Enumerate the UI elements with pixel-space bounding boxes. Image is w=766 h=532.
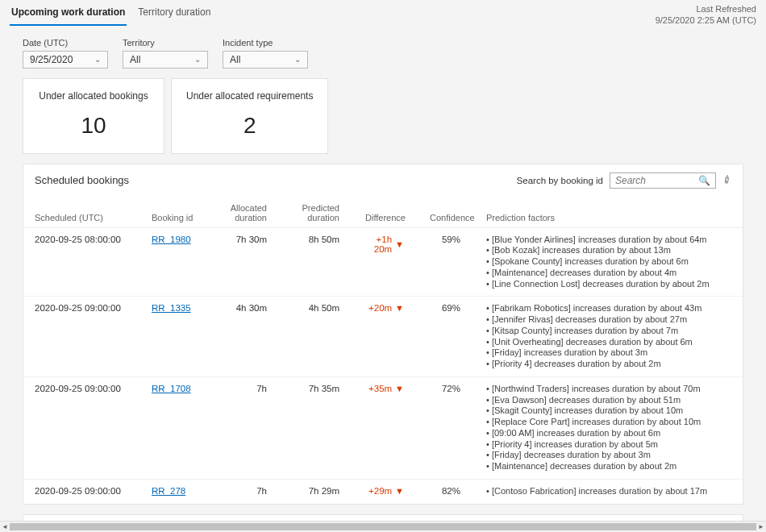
filter-incident-type-dropdown[interactable]: All ⌄: [223, 51, 308, 69]
difference-value: +35m: [368, 384, 392, 393]
tab-territory-duration[interactable]: Territory duration: [136, 3, 212, 26]
card-value: 10: [38, 113, 149, 139]
filter-territory-label: Territory: [123, 38, 208, 48]
filter-date-label: Date (UTC): [23, 38, 108, 48]
cell-confidence: 69%: [418, 297, 475, 377]
triangle-down-icon: ▼: [395, 384, 404, 393]
prediction-factor: [Priority 4] increases duration by about…: [486, 439, 736, 451]
cell-allocated: 4h 30m: [205, 297, 281, 377]
prediction-factor: [Maintenance] decreases duration by abou…: [486, 461, 736, 472]
panel-title: Scheduled bookings: [35, 174, 129, 186]
cell-predicted: 4h 50m: [281, 297, 354, 377]
cell-allocated: 7h: [205, 376, 281, 479]
cell-factors: [Blue Yonder Airlines] increases duratio…: [475, 227, 743, 297]
eraser-icon[interactable]: ✐: [720, 172, 735, 188]
card-title: Under allocated requirements: [186, 90, 313, 102]
cell-scheduled: 2020-09-25 08:00:00: [23, 227, 140, 297]
col-factors[interactable]: Prediction factors: [475, 198, 743, 228]
prediction-factor: [Friday] decreases duration by about 3m: [486, 450, 736, 461]
col-booking-id[interactable]: Booking id: [140, 198, 205, 228]
cell-booking-id: RR_278: [140, 479, 205, 503]
filter-date-dropdown[interactable]: 9/25/2020 ⌄: [23, 51, 108, 69]
last-refreshed: Last Refreshed 9/25/2020 2:25 AM (UTC): [656, 3, 756, 27]
card-under-allocated-bookings: Under allocated bookings 10: [23, 78, 164, 154]
scrollbar-thumb[interactable]: [10, 523, 756, 530]
booking-id-link[interactable]: RR_1708: [152, 384, 191, 393]
difference-value: +20m: [368, 303, 392, 313]
filter-date-value: 9/25/2020: [30, 54, 73, 65]
card-under-allocated-requirements: Under allocated requirements 2: [171, 78, 328, 154]
filter-incident-type-value: All: [230, 54, 240, 65]
prediction-factor: [Replace Core Part] increases duration b…: [486, 417, 736, 428]
prediction-factor: [Spokane County] increases duration by a…: [486, 256, 736, 268]
cell-factors: [Contoso Fabrication] increases duration…: [475, 479, 743, 503]
cell-difference: +1h 20m▼: [354, 227, 418, 297]
card-value: 2: [186, 113, 313, 139]
prediction-factor: [Fabrikam Robotics] increases duration b…: [486, 303, 736, 314]
cell-confidence: 72%: [418, 376, 475, 479]
table-row: 2020-09-25 09:00:00RR_2787h7h 29m+29m▼82…: [23, 479, 743, 503]
col-scheduled[interactable]: Scheduled (UTC): [23, 198, 140, 228]
cell-scheduled: 2020-09-25 09:00:00: [23, 297, 140, 377]
prediction-factor: [Unit Overheating] decreases duration by…: [486, 337, 736, 348]
search-label: Search by booking id: [517, 176, 603, 185]
table-row: 2020-09-25 08:00:00RR_19807h 30m8h 50m+1…: [23, 227, 743, 297]
cell-difference: +20m▼: [354, 297, 418, 377]
cell-predicted: 8h 50m: [281, 227, 354, 297]
prediction-factor: [Bob Kozak] increases duration by about …: [486, 245, 736, 256]
col-predicted[interactable]: Predicted duration: [281, 198, 354, 228]
difference-value: +1h 20m: [365, 235, 392, 254]
scroll-right-arrow-icon[interactable]: ►: [756, 522, 766, 532]
cell-difference: +29m▼: [354, 479, 418, 503]
col-confidence[interactable]: Confidence: [418, 198, 475, 228]
prediction-factor: [Blue Yonder Airlines] increases duratio…: [486, 235, 736, 246]
col-allocated[interactable]: Allocated duration: [205, 198, 281, 228]
tab-upcoming-work[interactable]: Upcoming work duration: [10, 3, 127, 26]
card-title: Under allocated bookings: [38, 90, 149, 102]
chevron-down-icon: ⌄: [194, 55, 201, 64]
booking-id-link[interactable]: RR_278: [152, 486, 185, 496]
cell-allocated: 7h 30m: [205, 227, 281, 297]
prediction-factor: [Northwind Traders] increases duration b…: [486, 384, 736, 395]
cell-booking-id: RR_1708: [140, 376, 205, 479]
cell-booking-id: RR_1335: [140, 297, 205, 377]
triangle-down-icon: ▼: [395, 239, 404, 249]
cell-predicted: 7h 29m: [281, 479, 354, 503]
filter-territory-value: All: [130, 54, 140, 65]
last-refreshed-value: 9/25/2020 2:25 AM (UTC): [656, 15, 756, 26]
col-difference[interactable]: Difference: [354, 198, 418, 228]
horizontal-scrollbar[interactable]: ◄ ►: [0, 521, 766, 532]
filter-incident-type-label: Incident type: [223, 38, 308, 48]
filter-territory-dropdown[interactable]: All ⌄: [123, 51, 208, 69]
table-row: 2020-09-25 09:00:00RR_13354h 30m4h 50m+2…: [23, 297, 743, 377]
report-tabs: Upcoming work duration Territory duratio…: [10, 3, 212, 26]
prediction-factor: [Maintenance] decreases duration by abou…: [486, 268, 736, 279]
cell-booking-id: RR_1980: [140, 227, 205, 297]
prediction-factor: [Kitsap County] increases duration by ab…: [486, 326, 736, 337]
table-row: 2020-09-25 09:00:00RR_17087h7h 35m+35m▼7…: [23, 376, 743, 479]
prediction-factor: [Priority 4] decreases duration by about…: [486, 359, 736, 370]
cell-confidence: 82%: [418, 479, 475, 503]
cell-allocated: 7h: [205, 479, 281, 503]
search-icon[interactable]: 🔍: [698, 175, 710, 186]
last-refreshed-label: Last Refreshed: [656, 3, 756, 15]
booking-id-link[interactable]: RR_1980: [152, 235, 191, 244]
booking-id-link[interactable]: RR_1335: [152, 303, 191, 313]
prediction-factor: [Line Connection Lost] decreases duratio…: [486, 279, 736, 290]
prediction-factor: [Eva Dawson] decreases duration by about…: [486, 395, 736, 406]
triangle-down-icon: ▼: [395, 303, 404, 313]
search-booking-input[interactable]: [615, 175, 698, 186]
bookings-table: Scheduled (UTC) Booking id Allocated dur…: [23, 198, 743, 504]
prediction-factor: [09:00 AM] increases duration by about 6…: [486, 428, 736, 439]
triangle-down-icon: ▼: [395, 486, 404, 496]
cell-scheduled: 2020-09-25 09:00:00: [23, 479, 140, 503]
prediction-factor: [Skagit County] increases duration by ab…: [486, 405, 736, 417]
chevron-down-icon: ⌄: [294, 55, 301, 64]
cell-difference: +35m▼: [354, 376, 418, 479]
cell-scheduled: 2020-09-25 09:00:00: [23, 376, 140, 479]
scroll-left-arrow-icon[interactable]: ◄: [0, 522, 10, 532]
cell-factors: [Fabrikam Robotics] increases duration b…: [475, 297, 743, 377]
chevron-down-icon: ⌄: [94, 55, 101, 64]
scheduled-bookings-panel: Scheduled bookings Search by booking id …: [23, 164, 743, 505]
cell-factors: [Northwind Traders] increases duration b…: [475, 376, 743, 479]
